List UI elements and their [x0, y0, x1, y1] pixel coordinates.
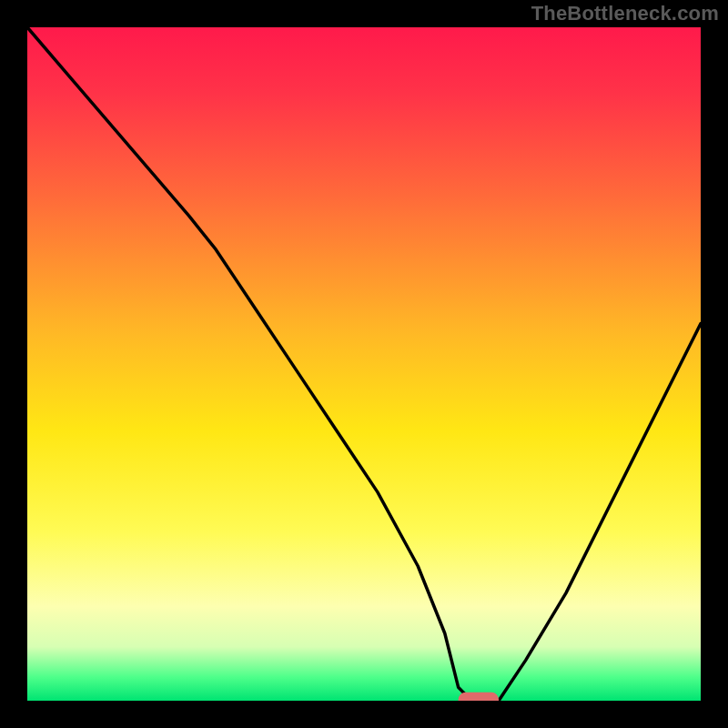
chart-background-gradient	[27, 27, 701, 701]
bottleneck-chart	[0, 0, 728, 728]
watermark-label: TheBottleneck.com	[531, 2, 719, 25]
